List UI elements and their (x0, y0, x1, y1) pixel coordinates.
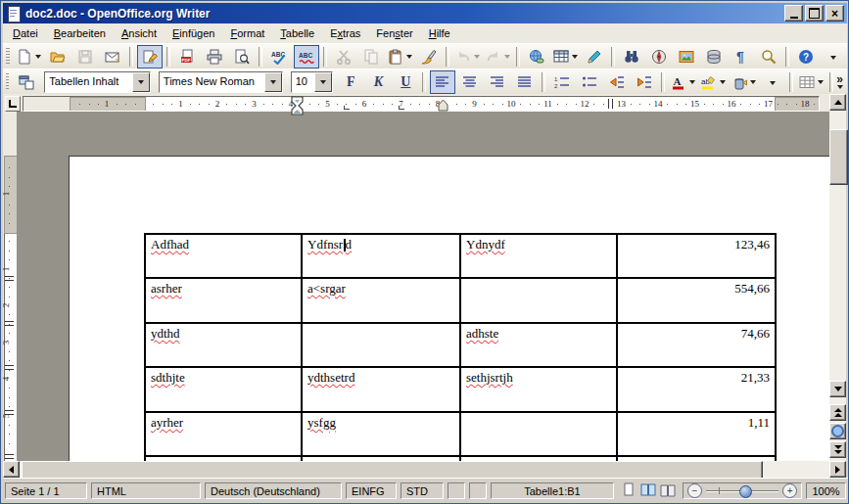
previous-page-button[interactable] (829, 404, 846, 421)
table-cell[interactable]: 1,11 (617, 412, 776, 456)
hyperlink-button[interactable] (524, 45, 549, 69)
increase-indent-button[interactable] (632, 70, 657, 94)
numbered-list-button[interactable]: 12 (549, 70, 575, 94)
font-color-button[interactable]: A (669, 70, 697, 94)
zoom-button[interactable] (756, 45, 781, 69)
table-cell[interactable] (460, 278, 617, 323)
dropdown-arrow-icon[interactable] (572, 55, 578, 59)
tab-type-selector-button[interactable] (5, 96, 21, 112)
format-paintbrush-button[interactable] (416, 45, 442, 69)
insert-table-button[interactable] (551, 45, 580, 69)
navigator-button[interactable] (646, 45, 672, 69)
align-justify-button[interactable] (512, 70, 538, 94)
more-options-button[interactable] (760, 70, 785, 94)
multi-page-view-button[interactable] (640, 482, 656, 500)
menu-extras[interactable]: Extras (322, 24, 368, 42)
table-cell[interactable]: ydthsetrd (302, 367, 460, 412)
formatting-marks-button[interactable]: ¶ (729, 45, 754, 69)
italic-button[interactable]: K (365, 70, 391, 94)
vertical-ruler[interactable]: 123451 (3, 112, 18, 461)
print-button[interactable] (202, 45, 227, 69)
font-name-combo[interactable]: Times New Roman (159, 71, 283, 93)
table-cell[interactable] (460, 412, 617, 456)
draw-functions-button[interactable] (582, 45, 607, 69)
status-page-style[interactable]: HTML (91, 482, 201, 499)
status-selection-mode[interactable]: STD (401, 482, 444, 499)
navigation-dot-button[interactable] (829, 423, 846, 439)
email-button[interactable] (100, 45, 125, 69)
scroll-left-button[interactable] (3, 461, 20, 478)
highlighting-button[interactable]: ab (699, 70, 728, 94)
menu-einfgen[interactable]: Einfügen (165, 24, 222, 42)
horizontal-scrollbar[interactable] (3, 461, 846, 478)
toolbar-options-button[interactable] (821, 45, 846, 69)
status-page[interactable]: Seite 1 / 1 (5, 482, 87, 499)
menu-ansicht[interactable]: Ansicht (114, 24, 165, 42)
dropdown-arrow-icon[interactable] (474, 55, 480, 59)
document-page[interactable]: AdfhadYdfnsrdYdnydf123,46asrhera<srgar55… (69, 156, 829, 461)
minimize-button[interactable] (784, 5, 803, 22)
dropdown-arrow-icon[interactable] (818, 80, 824, 84)
menu-datei[interactable]: Datei (5, 24, 46, 42)
close-button[interactable]: × (825, 5, 844, 22)
gallery-button[interactable] (674, 45, 699, 69)
styles-button[interactable] (14, 70, 39, 94)
help-button[interactable]: ? (793, 45, 819, 69)
menu-fenster[interactable]: Fenster (368, 24, 420, 42)
toolbar-grip[interactable] (6, 48, 10, 66)
underline-button[interactable]: U (393, 70, 418, 94)
background-color-button[interactable] (730, 70, 758, 94)
bullet-list-button[interactable] (577, 70, 602, 94)
align-left-button[interactable] (430, 70, 455, 94)
edit-file-button[interactable] (137, 45, 163, 69)
spellcheck-button[interactable]: ABC (266, 45, 292, 69)
table-cell[interactable]: ydthd (145, 323, 302, 367)
page-preview-button[interactable] (229, 45, 255, 69)
copy-button[interactable] (358, 45, 384, 69)
scroll-up-button[interactable] (829, 94, 846, 111)
autospellcheck-button[interactable]: ABC (294, 45, 319, 69)
paragraph-style-combo[interactable]: Tabellen Inhalt (44, 71, 151, 93)
vertical-scrollbar[interactable] (829, 94, 846, 461)
table-cell[interactable] (302, 323, 460, 367)
single-page-view-button[interactable] (621, 482, 637, 500)
dropdown-arrow-icon[interactable] (689, 80, 695, 84)
table-button[interactable] (797, 70, 825, 94)
bold-button[interactable]: F (338, 70, 363, 94)
status-modified[interactable] (448, 482, 465, 499)
new-document-button[interactable] (15, 45, 43, 69)
maximize-button[interactable] (805, 5, 824, 22)
vertical-scroll-thumb[interactable] (829, 129, 848, 185)
table-cell[interactable]: ayrher (145, 412, 302, 456)
table-cell[interactable]: asrher (145, 278, 302, 323)
paste-button[interactable] (386, 45, 414, 69)
menu-tabelle[interactable]: Tabelle (272, 24, 322, 42)
find-replace-button[interactable] (619, 45, 644, 69)
zoom-track[interactable] (706, 484, 778, 497)
table-cell[interactable]: 123,46 (617, 234, 776, 278)
table-cell[interactable]: Ydnydf (460, 234, 617, 278)
align-right-button[interactable] (485, 70, 510, 94)
table-cell[interactable]: Adfhad (145, 234, 302, 278)
undo-button[interactable] (453, 45, 482, 69)
table-cell[interactable]: ysfgg (302, 412, 460, 456)
table-cell[interactable]: a<srgar (302, 278, 460, 323)
horizontal-ruler[interactable]: 1234567891011121314151617181 (23, 96, 820, 112)
status-language[interactable]: Deutsch (Deutschland) (205, 482, 342, 499)
dropdown-arrow-icon[interactable] (406, 55, 412, 59)
table-cell[interactable]: 74,66 (617, 323, 776, 367)
dropdown-arrow-icon[interactable] (504, 55, 510, 59)
decrease-indent-button[interactable] (604, 70, 630, 94)
menu-bearbeiten[interactable]: Bearbeiten (46, 24, 114, 42)
data-sources-button[interactable] (701, 45, 727, 69)
table-cell[interactable]: sdthjte (145, 367, 302, 412)
scroll-right-button[interactable] (829, 461, 846, 478)
redo-button[interactable] (484, 45, 512, 69)
menu-hilfe[interactable]: Hilfe (421, 24, 458, 42)
table-cell[interactable]: Ydfnsrd (302, 234, 460, 278)
status-cell-reference[interactable]: Tabelle1:B1 (491, 482, 614, 499)
font-size-combo[interactable]: 10 (291, 71, 334, 93)
table-cell[interactable]: 21,33 (617, 367, 776, 412)
zoom-percentage[interactable]: 100% (806, 482, 846, 499)
indent-marker[interactable] (438, 98, 448, 115)
